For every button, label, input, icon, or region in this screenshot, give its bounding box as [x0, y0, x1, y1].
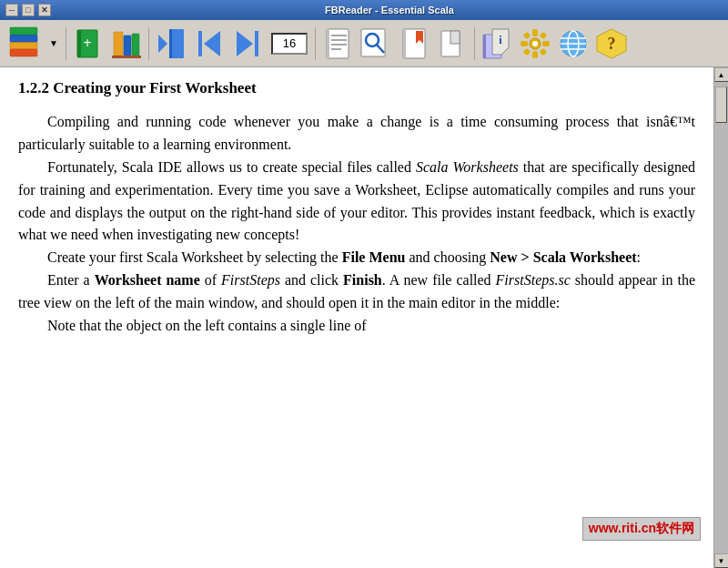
prev-book-button[interactable]: [153, 24, 189, 64]
bookshelf-button[interactable]: [108, 24, 145, 64]
scrollbar[interactable]: ▲ ▼: [713, 67, 728, 568]
italic-text-2: FirstSteps: [221, 272, 280, 288]
scroll-up-button[interactable]: ▲: [714, 67, 729, 82]
search-icon: [359, 27, 392, 60]
help-icon: ?: [595, 27, 628, 60]
scrollbar-track[interactable]: [714, 82, 728, 553]
paragraph-1: Compiling and running code whenever you …: [18, 111, 695, 157]
svg-rect-8: [124, 36, 131, 56]
chapter-heading: 1.2.2 Creating your First Worksheet: [18, 76, 695, 100]
svg-rect-10: [112, 56, 141, 58]
svg-rect-41: [542, 41, 550, 46]
library-button[interactable]: [4, 24, 44, 64]
search-button[interactable]: [358, 24, 394, 64]
svg-marker-16: [237, 31, 253, 56]
sep3: [315, 27, 316, 60]
rotate-icon: [438, 27, 467, 60]
svg-rect-38: [532, 29, 538, 36]
sync-button[interactable]: [555, 24, 592, 64]
book-text: 1.2.2 Creating your First Worksheet Comp…: [18, 76, 695, 337]
sync-icon: [557, 27, 590, 60]
help-button[interactable]: ?: [593, 24, 630, 64]
svg-point-37: [532, 41, 538, 46]
bookshelf-icon: [112, 26, 141, 61]
rotate-button[interactable]: [434, 24, 470, 64]
maximize-button[interactable]: □: [22, 4, 35, 16]
paragraph-5: Note that the object on the left contain…: [18, 315, 695, 338]
sep1: [66, 27, 66, 60]
bookmarks-button[interactable]: [396, 24, 432, 64]
svg-rect-31: [450, 31, 460, 44]
svg-rect-2: [10, 27, 37, 35]
add-book-icon: +: [74, 26, 103, 61]
svg-rect-5: [77, 30, 81, 57]
window-title: FBReader - Essential Scala: [56, 5, 723, 15]
svg-rect-44: [523, 47, 531, 55]
bold-text-2: New > Scala Worksheet: [490, 249, 636, 265]
svg-rect-39: [532, 51, 538, 58]
svg-rect-12: [169, 29, 172, 58]
page-number-container[interactable]: [271, 33, 308, 55]
bookmarks-icon: [399, 27, 429, 60]
info-button[interactable]: i: [479, 24, 515, 64]
svg-rect-9: [132, 34, 139, 56]
contents-icon: [323, 27, 352, 60]
library-icon: [8, 25, 39, 58]
bold-text-1: File Menu: [342, 249, 406, 265]
svg-rect-33: [483, 35, 486, 58]
prev-page-icon: [197, 27, 222, 60]
bold-text-3: Worksheet name: [95, 272, 200, 288]
sep2: [148, 27, 149, 60]
paragraph-2: Fortunately, Scala IDE allows us to crea…: [18, 157, 695, 247]
window-controls[interactable]: ─ □ ✕: [5, 4, 51, 16]
italic-text-3: FirstSteps.sc: [496, 272, 571, 288]
paragraph-4: Enter a Worksheet name of FirstSteps and…: [18, 269, 695, 315]
svg-rect-0: [10, 42, 37, 49]
settings-button[interactable]: [517, 24, 553, 64]
svg-rect-42: [523, 31, 531, 38]
dropdown-button[interactable]: ▼: [46, 24, 62, 64]
svg-rect-40: [521, 41, 528, 46]
svg-text:+: +: [83, 36, 91, 51]
prev-book-icon: [157, 27, 186, 60]
svg-rect-3: [10, 49, 37, 56]
svg-marker-14: [204, 31, 220, 56]
prev-page-button[interactable]: [191, 24, 228, 64]
next-page-icon: [235, 27, 260, 60]
svg-text:?: ?: [608, 35, 616, 53]
book-content: 1.2.2 Creating your First Worksheet Comp…: [0, 67, 713, 568]
next-page-button[interactable]: [229, 24, 266, 64]
svg-rect-19: [327, 29, 329, 58]
info-icon: i: [481, 27, 512, 60]
page-number-input[interactable]: [271, 33, 308, 55]
paragraph-3: Create your first Scala Worksheet by sel…: [18, 247, 695, 269]
title-bar: ─ □ ✕ FBReader - Essential Scala: [0, 0, 728, 20]
settings-icon: [519, 27, 551, 60]
svg-rect-1: [10, 35, 37, 42]
toolbar: ▼ +: [0, 20, 728, 67]
bold-text-4: Finish: [343, 272, 382, 288]
add-book-button[interactable]: +: [70, 24, 106, 64]
scroll-down-button[interactable]: ▼: [714, 553, 729, 568]
minimize-button[interactable]: ─: [5, 4, 18, 16]
italic-text-1: Scala Worksheets: [416, 159, 519, 175]
svg-rect-43: [540, 31, 547, 38]
svg-rect-17: [255, 31, 258, 56]
content-area: 1.2.2 Creating your First Worksheet Comp…: [0, 67, 728, 568]
svg-rect-15: [198, 31, 202, 56]
svg-rect-45: [540, 47, 547, 55]
svg-marker-13: [158, 35, 167, 53]
svg-rect-7: [114, 32, 123, 56]
scrollbar-thumb[interactable]: [715, 86, 727, 123]
sep4: [474, 27, 475, 60]
contents-button[interactable]: [319, 24, 356, 64]
svg-rect-28: [403, 29, 406, 58]
svg-rect-18: [327, 29, 349, 58]
close-button[interactable]: ✕: [38, 4, 51, 16]
